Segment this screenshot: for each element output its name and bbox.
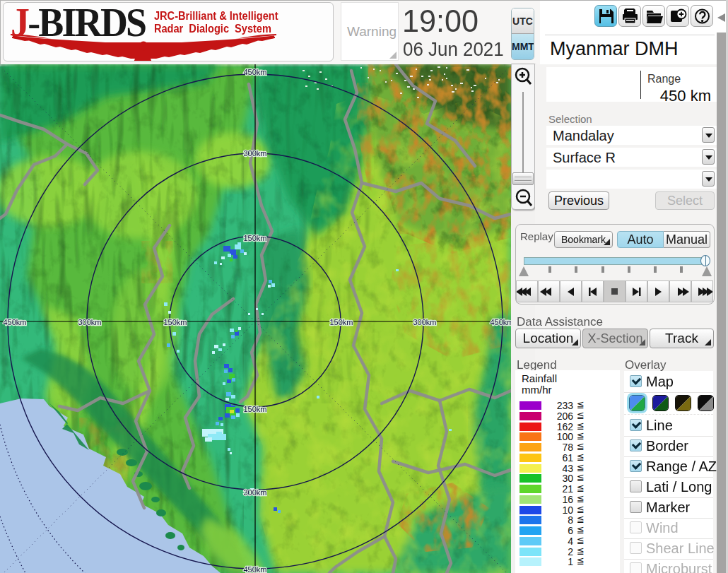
svg-text:450km: 450km bbox=[243, 565, 266, 573]
svg-text:300km: 300km bbox=[413, 318, 436, 326]
svg-text:300km: 300km bbox=[78, 318, 101, 326]
svg-text:150km: 150km bbox=[329, 318, 353, 326]
svg-text:150km: 150km bbox=[243, 234, 266, 242]
svg-text:150km: 150km bbox=[243, 405, 266, 413]
svg-text:450km: 450km bbox=[490, 318, 511, 326]
svg-text:300km: 300km bbox=[243, 488, 266, 497]
svg-text:450km: 450km bbox=[3, 318, 26, 326]
svg-text:150km: 150km bbox=[163, 318, 187, 326]
svg-text:300km: 300km bbox=[243, 149, 266, 158]
svg-text:450km: 450km bbox=[243, 68, 266, 76]
